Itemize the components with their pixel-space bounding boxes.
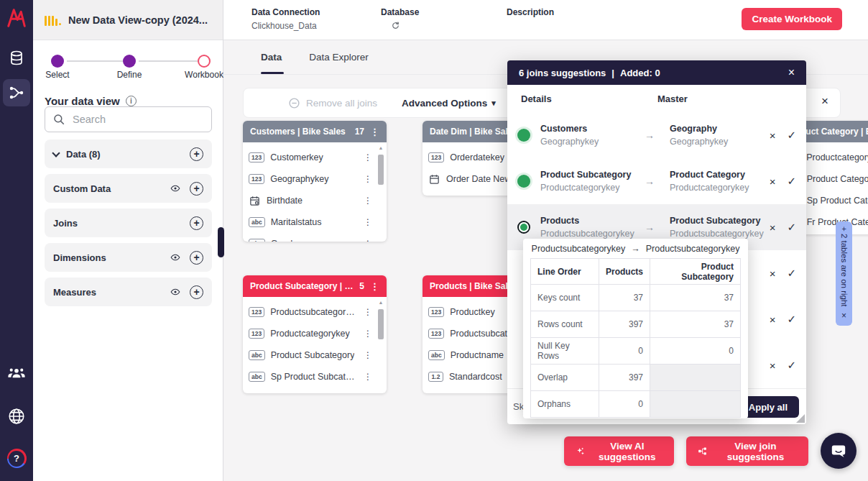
field-row[interactable]: Birthdate⋮ — [243, 190, 387, 211]
search-box — [45, 106, 212, 132]
field-name: Productcategorykey — [806, 152, 868, 162]
panel-resize-handle[interactable] — [218, 227, 224, 257]
sidebar-section-dimensions[interactable]: Dimensions + — [45, 243, 212, 272]
card-scrollbar[interactable]: ▲▼ — [377, 300, 385, 393]
info-icon[interactable]: i — [126, 96, 137, 106]
field-row[interactable]: abcFr Product Subcategory⋮ — [243, 388, 387, 393]
sidebar-section-measures[interactable]: Measures + — [45, 278, 212, 306]
field-row[interactable]: 123Geographykey⋮ — [243, 168, 387, 190]
table-card-customers[interactable]: Customers | Bike Sales 17 ⋮ 123Customerk… — [243, 121, 387, 242]
sparkles-icon — [576, 445, 586, 458]
accept-join-icon[interactable]: ✓ — [787, 359, 796, 372]
help-icon[interactable]: ? — [7, 449, 27, 468]
field-name: Productname — [451, 350, 504, 360]
kebab-icon[interactable]: ⋮ — [364, 217, 372, 227]
sidebar-section-joins[interactable]: Joins + — [45, 209, 212, 237]
data-connection-label: Data Connection — [251, 7, 320, 17]
reject-join-icon[interactable]: × — [770, 221, 776, 234]
scroll-up-icon[interactable]: ▲ — [379, 145, 384, 150]
stats-col-product-subcategory: Product Subcategory — [650, 259, 741, 285]
view-ai-suggestions-button[interactable]: View AI suggestions — [564, 436, 674, 466]
create-workbook-button[interactable]: Create Workbook — [742, 8, 842, 30]
brand-logo-icon[interactable] — [6, 7, 27, 29]
details-column-label: Details — [521, 93, 552, 104]
accept-join-icon[interactable]: ✓ — [787, 267, 796, 280]
advanced-options-button[interactable]: Advanced Options ▾ — [402, 98, 496, 109]
kebab-icon[interactable]: ⋮ — [370, 281, 379, 292]
globe-icon[interactable] — [6, 406, 27, 427]
close-icon[interactable]: × — [841, 311, 846, 321]
sidebar-section-custom-data[interactable]: Custom Data + — [45, 174, 212, 203]
step-workbook-circle[interactable] — [198, 55, 211, 68]
view-join-suggestions-button[interactable]: View join suggestions — [686, 436, 808, 466]
kebab-icon[interactable]: ⋮ — [364, 350, 372, 360]
add-icon[interactable]: + — [190, 216, 203, 230]
chevron-down-icon[interactable] — [52, 149, 60, 157]
remove-all-joins-button[interactable]: Remove all joins — [288, 97, 377, 109]
modal-close-icon[interactable]: × — [788, 66, 795, 79]
accept-join-icon[interactable]: ✓ — [787, 221, 796, 234]
sidebar-section-data[interactable]: Data (8) + — [45, 139, 212, 168]
modal-resize-handle[interactable] — [796, 414, 805, 423]
table-card-header[interactable]: Customers | Bike Sales 17 ⋮ — [243, 121, 387, 142]
data-model-nav-active[interactable] — [3, 79, 30, 106]
scroll-up-icon[interactable]: ▲ — [379, 300, 384, 305]
accept-join-icon[interactable]: ✓ — [787, 129, 796, 142]
description-label: Description — [507, 7, 554, 17]
join-suggestion-row[interactable]: Product SubcategoryProductcategorykey → … — [507, 158, 806, 204]
step-select-circle[interactable] — [51, 55, 64, 68]
refresh-icon[interactable] — [391, 21, 400, 30]
scroll-thumb[interactable] — [378, 155, 384, 185]
table-card-product-subcategory[interactable]: Product Subcategory | Bike Sales 5 ⋮ 123… — [243, 275, 387, 393]
field-row[interactable]: abcProduct Subcategory⋮ — [243, 344, 387, 366]
users-icon[interactable] — [6, 362, 27, 384]
table-title: Product Subcategory | Bike Sales — [250, 281, 354, 291]
kebab-icon[interactable]: ⋮ — [364, 152, 372, 162]
field-row[interactable]: abcGender⋮ — [243, 233, 387, 242]
chat-launcher[interactable] — [821, 433, 857, 469]
close-canvas-icon[interactable]: × — [821, 94, 828, 109]
arrow-icon: → — [631, 244, 640, 254]
tab-data-explorer[interactable]: Data Explorer — [309, 40, 369, 74]
add-icon[interactable]: + — [190, 182, 203, 196]
section-label: Data (8) — [66, 149, 101, 160]
join-stats-table: Line Order Products Product Subcategory … — [530, 258, 741, 418]
reject-join-icon[interactable]: × — [770, 359, 776, 372]
kebab-icon[interactable]: ⋮ — [364, 239, 372, 242]
decimal-type-icon: 1.2 — [428, 372, 443, 382]
kebab-icon[interactable]: ⋮ — [364, 329, 372, 339]
field-row[interactable]: abcSp Product Subcategory⋮ — [243, 366, 387, 388]
eye-icon[interactable] — [168, 183, 183, 193]
add-icon[interactable]: + — [190, 251, 203, 265]
field-row[interactable]: 123Productsubcategorykey⋮ — [243, 301, 387, 323]
join-suggestion-row[interactable]: CustomersGeographykey → GeographyGeograp… — [507, 112, 806, 158]
step-define-circle[interactable] — [123, 55, 136, 68]
kebab-icon[interactable]: ⋮ — [364, 174, 372, 184]
add-icon[interactable]: + — [190, 147, 203, 161]
field-row[interactable]: 123Customerkey⋮ — [243, 147, 387, 168]
card-scrollbar[interactable]: ▲▼ — [377, 145, 385, 242]
field-row[interactable]: 123Productcategorykey⋮ — [243, 323, 387, 344]
reject-join-icon[interactable]: × — [770, 267, 776, 280]
field-row[interactable]: abcMaritalstatus⋮ — [243, 211, 387, 233]
kebab-icon[interactable]: ⋮ — [364, 372, 372, 382]
kebab-icon[interactable]: ⋮ — [364, 307, 372, 317]
kebab-icon[interactable]: ⋮ — [370, 127, 379, 137]
scroll-thumb[interactable] — [378, 309, 384, 339]
database-icon[interactable] — [6, 47, 27, 69]
accept-join-icon[interactable]: ✓ — [787, 175, 796, 188]
reject-join-icon[interactable]: × — [770, 313, 776, 326]
tables-right-badge[interactable]: + 2 tables are on right × — [836, 221, 852, 326]
eye-icon[interactable] — [168, 287, 183, 297]
reject-join-icon[interactable]: × — [770, 129, 776, 142]
table-card-header[interactable]: Product Subcategory | Bike Sales 5 ⋮ — [243, 275, 387, 297]
search-input[interactable] — [73, 114, 195, 125]
kebab-icon[interactable]: ⋮ — [364, 196, 372, 206]
accept-join-icon[interactable]: ✓ — [787, 313, 796, 326]
add-icon[interactable]: + — [190, 285, 203, 299]
app-screen: ? New Data View-copy (2024... Select Def… — [0, 0, 868, 481]
tab-data[interactable]: Data — [261, 40, 282, 74]
eye-icon[interactable] — [168, 252, 183, 262]
reject-join-icon[interactable]: × — [770, 175, 776, 188]
detail-key: Productcategorykey — [540, 183, 640, 193]
